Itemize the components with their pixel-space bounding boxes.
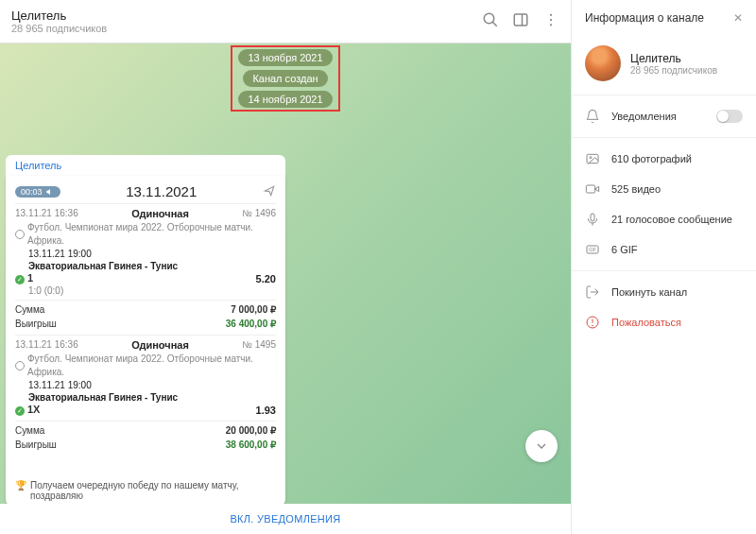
enable-notifications-button[interactable]: ВКЛ. УВЕДОМЛЕНИЯ	[0, 504, 571, 534]
pinned-channel-link[interactable]: Целитель	[15, 160, 61, 171]
bet-type: Одиночная	[131, 339, 189, 351]
channel-created-chip: Канал создан	[243, 70, 327, 87]
svg-rect-2	[514, 14, 527, 26]
channel-profile[interactable]: Целитель 28 965 подписчиков	[572, 36, 756, 95]
search-icon[interactable]	[482, 11, 499, 32]
svg-point-8	[590, 157, 592, 159]
bet-timestamp: 13.11.21 16:36	[15, 339, 78, 351]
date-chip[interactable]: 13 ноября 2021	[238, 49, 332, 66]
subscriber-count: 28 965 подписчиков	[11, 23, 482, 34]
scroll-down-button[interactable]	[525, 430, 558, 462]
bet-score: 1:0 (0:0)	[28, 285, 276, 296]
toggle-switch[interactable]	[716, 110, 743, 123]
subscriber-count: 28 965 подписчиков	[630, 65, 717, 76]
chat-header: Целитель 28 965 подписчиков	[0, 0, 571, 43]
bet-description: Футбол. Чемпионат мира 2022. Отборочные …	[15, 221, 276, 248]
date-chips: 13 ноября 2021 Канал создан 14 ноября 20…	[238, 49, 332, 108]
message-date: 13.11.2021	[60, 183, 263, 199]
bet-sum: 7 000,00 ₽	[231, 304, 276, 315]
svg-point-6	[550, 24, 552, 26]
channel-name: Целитель	[630, 52, 717, 65]
bet-datetime: 13.11.21 19:00	[28, 248, 276, 261]
chat-body[interactable]: 13 ноября 2021 Канал создан 14 ноября 20…	[0, 43, 571, 504]
status-dot-icon: ✓	[15, 406, 25, 416]
svg-point-0	[484, 13, 494, 24]
football-icon	[15, 230, 25, 239]
voice-item[interactable]: 21 голосовое сообщение	[572, 204, 756, 234]
bet-odd: 5.20	[256, 273, 276, 284]
truncated-text: 🏆 Получаем очередную победу по нашему ма…	[15, 452, 276, 501]
football-icon	[15, 361, 25, 370]
more-icon[interactable]	[542, 11, 559, 32]
bet-teams: Экваториальная Гвинея - Тунис	[28, 261, 276, 271]
videos-item[interactable]: 525 видео	[572, 174, 756, 204]
bet-sum: 20 000,00 ₽	[226, 425, 276, 436]
svg-point-17	[593, 325, 593, 326]
svg-point-4	[550, 13, 552, 15]
pinned-message-bar[interactable]: Целитель	[6, 155, 285, 176]
photos-item[interactable]: 610 фотографий	[572, 144, 756, 174]
svg-text:GIF: GIF	[589, 248, 596, 252]
status-dot-icon: ✓	[15, 275, 25, 284]
side-panel-icon[interactable]	[512, 11, 529, 32]
bet-win: 38 600,00 ₽	[226, 439, 276, 450]
svg-rect-9	[586, 185, 594, 193]
audio-badge[interactable]: 00:03	[15, 186, 60, 198]
share-icon[interactable]	[263, 184, 276, 199]
bet-number: № 1495	[242, 339, 276, 351]
bet-win: 36 400,00 ₽	[226, 319, 276, 329]
close-icon[interactable]: ✕	[733, 11, 743, 25]
message-card[interactable]: 00:03 13.11.2021 13.11.21 16:36 Одиночна…	[6, 176, 285, 504]
bet-type: Одиночная	[131, 208, 189, 219]
chat-area: Целитель 28 965 подписчиков 13 ноября 20…	[0, 0, 571, 534]
bet-odd: 1.93	[256, 405, 276, 416]
bet-pick: 1X	[27, 404, 40, 415]
bet-timestamp: 13.11.21 16:36	[15, 208, 78, 219]
avatar[interactable]	[585, 45, 621, 81]
bet-description: Футбол. Чемпионат мира 2022. Отборочные …	[15, 353, 276, 379]
channel-title[interactable]: Целитель	[11, 9, 482, 23]
report-button[interactable]: Пожаловаться	[572, 307, 756, 337]
svg-point-5	[550, 18, 552, 20]
bet-teams: Экваториальная Гвинея - Тунис	[28, 392, 276, 403]
svg-rect-10	[591, 214, 594, 221]
svg-line-1	[492, 22, 497, 26]
leave-channel-button[interactable]: Покинуть канал	[572, 277, 756, 307]
notifications-toggle-row[interactable]: Уведомления	[572, 101, 756, 131]
channel-info-panel: Информация о канале ✕ Целитель 28 965 по…	[571, 0, 756, 534]
bet-number: № 1496	[242, 208, 276, 219]
date-chip[interactable]: 14 ноября 2021	[238, 91, 332, 108]
bet-pick: 1	[27, 272, 33, 284]
gif-item[interactable]: GIF 6 GIF	[572, 234, 756, 265]
panel-title: Информация о канале	[585, 11, 704, 25]
bet-datetime: 13.11.21 19:00	[28, 379, 276, 392]
